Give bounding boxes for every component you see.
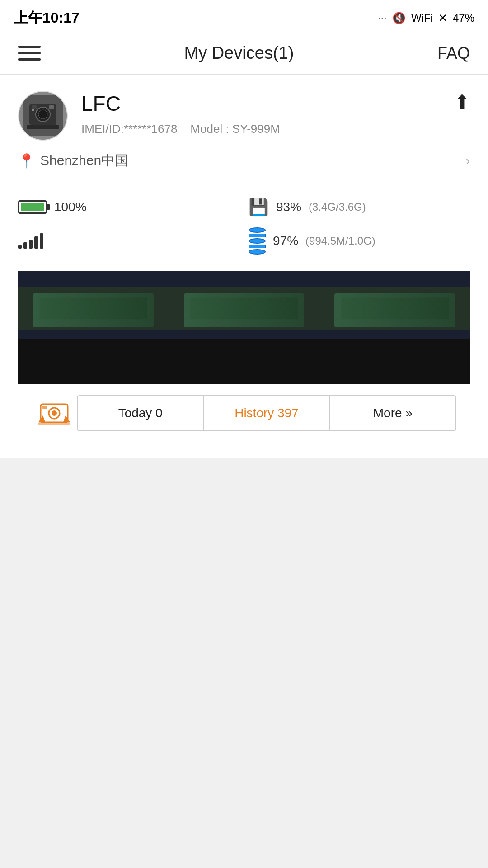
svg-rect-21 — [319, 287, 470, 330]
photo-thumb-1[interactable] — [18, 271, 169, 384]
upload-button[interactable]: ⬆ — [454, 91, 470, 113]
faq-button[interactable]: FAQ — [437, 44, 470, 63]
header: My Devices(1) FAQ — [0, 33, 488, 75]
sd-card-icon: 💾 — [249, 198, 269, 217]
svg-rect-5 — [49, 105, 54, 109]
wifi-icon: WiFi — [411, 12, 433, 24]
svg-rect-15 — [169, 287, 319, 330]
photo-thumb-3[interactable] — [319, 271, 470, 384]
more-button[interactable]: More » — [330, 396, 455, 430]
database-icon — [249, 227, 266, 255]
device-name: LFC — [81, 91, 280, 116]
db-percent: 97% — [273, 234, 298, 248]
bottom-area — [0, 458, 488, 865]
history-button[interactable]: History 397 — [204, 396, 330, 430]
sd-percent: 93% — [276, 200, 301, 214]
svg-point-28 — [52, 410, 57, 416]
mute-icon: 🔇 — [392, 12, 406, 24]
signal-stat — [18, 227, 239, 255]
today-button[interactable]: Today 0 — [78, 396, 204, 430]
svg-rect-12 — [45, 349, 142, 354]
svg-rect-13 — [50, 356, 93, 359]
svg-rect-4 — [32, 105, 37, 109]
signal-icon — [18, 233, 43, 249]
page-title: My Devices(1) — [184, 43, 294, 63]
location-pin-icon: 📍 — [18, 153, 35, 169]
svg-marker-31 — [63, 415, 70, 422]
action-buttons: Today 0 History 397 More » — [77, 395, 456, 431]
device-location[interactable]: 📍 Shenzhen中国 › — [18, 151, 470, 184]
device-top: LFC IMEI/ID:******1678 Model : SY-999M ⬆ — [18, 91, 470, 141]
photos-grid — [18, 271, 470, 384]
svg-rect-9 — [18, 287, 169, 330]
svg-rect-7 — [32, 109, 34, 111]
svg-rect-6 — [27, 125, 59, 129]
status-time: 上午10:17 — [14, 8, 80, 28]
status-icons: ··· 🔇 WiFi ✕ 47% — [378, 12, 474, 24]
db-storage: (994.5M/1.0G) — [305, 235, 375, 247]
svg-rect-23 — [319, 346, 470, 384]
camera-icon-wrap — [32, 397, 77, 429]
chevron-right-icon: › — [466, 154, 470, 168]
trail-camera-icon — [36, 397, 72, 429]
battery-text: 47% — [453, 12, 474, 24]
sim-icon: ✕ — [438, 12, 447, 24]
svg-rect-11 — [18, 346, 169, 384]
device-avatar — [18, 91, 68, 141]
dots-icon: ··· — [378, 12, 387, 24]
svg-rect-10 — [40, 298, 147, 320]
svg-rect-22 — [341, 298, 448, 320]
location-text: Shenzhen中国 — [40, 151, 128, 170]
svg-rect-17 — [169, 346, 319, 384]
sd-storage: (3.4G/3.6G) — [309, 201, 366, 213]
svg-rect-32 — [38, 422, 70, 425]
status-bar: 上午10:17 ··· 🔇 WiFi ✕ 47% — [0, 0, 488, 33]
svg-rect-24 — [346, 349, 443, 354]
svg-marker-30 — [38, 415, 45, 422]
svg-rect-19 — [201, 356, 244, 359]
device-info: LFC IMEI/ID:******1678 Model : SY-999M — [81, 91, 280, 141]
device-card: LFC IMEI/ID:******1678 Model : SY-999M ⬆… — [0, 75, 488, 458]
svg-point-3 — [38, 110, 47, 119]
photo-thumb-2[interactable] — [169, 271, 319, 384]
battery-stat: 100% — [18, 198, 239, 217]
action-bar: Today 0 History 397 More » — [18, 384, 470, 442]
svg-rect-25 — [352, 356, 394, 359]
device-imei: IMEI/ID:******1678 Model : SY-999M — [81, 122, 280, 136]
menu-button[interactable] — [18, 46, 41, 61]
battery-percent: 100% — [54, 200, 87, 214]
device-left: LFC IMEI/ID:******1678 Model : SY-999M — [18, 91, 280, 141]
svg-rect-29 — [42, 406, 47, 409]
svg-rect-16 — [190, 298, 298, 320]
sd-stat: 💾 93% (3.4G/3.6G) — [249, 198, 470, 217]
device-stats: 100% 💾 93% (3.4G/3.6G) — [18, 198, 470, 255]
db-stat: 97% (994.5M/1.0G) — [249, 227, 470, 255]
battery-icon — [18, 200, 47, 214]
battery-fill — [21, 203, 44, 211]
svg-rect-18 — [196, 349, 292, 354]
